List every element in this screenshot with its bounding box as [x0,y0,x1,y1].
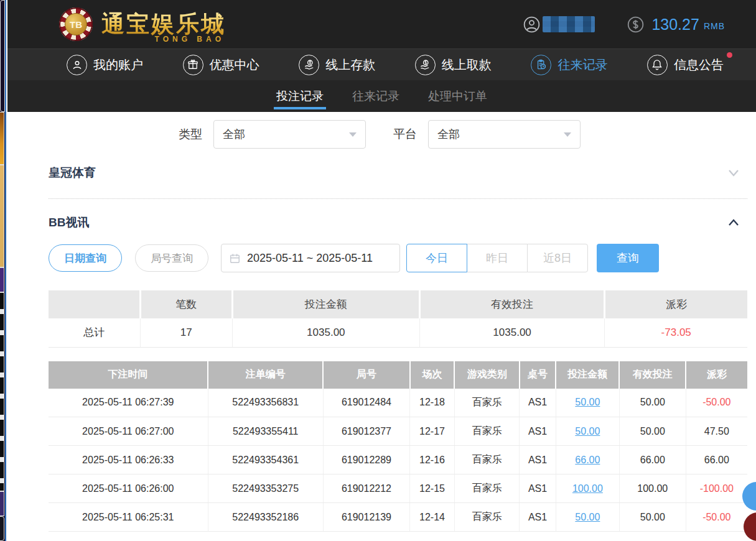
col-time: 2025-05-11 06:27:39 [49,389,208,417]
col-game-type: 百家乐 [454,417,519,446]
subtab-pending-orders[interactable]: 处理中订单 [427,80,488,112]
section-bb-title: BB视讯 [49,215,89,231]
bet-amount-link[interactable]: 100.00 [572,483,603,494]
col-game-type: 百家乐 [454,446,519,474]
bets-header-row: 下注时间注单编号局号场次游戏类别桌号投注金额有效投注派彩 [49,361,747,389]
content: 类型 全部 平台 全部 皇冠体育 BB视讯 日期查询 局号 [7,120,756,532]
search-button[interactable]: 查询 [597,244,659,272]
platform-filter-label: 平台 [393,126,417,142]
bets-header-cell: 桌号 [520,361,556,389]
col-time: 2025-05-11 06:25:31 [49,503,208,532]
filter-row: 类型 全部 平台 全部 [179,120,747,149]
chevron-down-icon[interactable] [726,165,741,180]
records-icon [531,55,551,75]
col-bet-amount: 50.00 [556,389,619,417]
col-time: 2025-05-11 06:26:33 [49,446,208,474]
nav-label: 我的账户 [93,57,143,73]
balance[interactable]: 130.27 RMB [627,16,725,34]
subtab-transfer-records[interactable]: 往来记录 [351,80,401,112]
col-game-type: 百家乐 [454,389,519,417]
bet-amount-link[interactable]: 50.00 [575,426,600,437]
chevron-up-icon[interactable] [726,215,741,230]
summary-valid-bet: 1035.00 [419,318,605,347]
col-payout: -50.00 [686,503,747,532]
quick-range-group: 今日昨日近8日 [406,244,588,272]
bets-header-cell: 场次 [410,361,455,389]
col-payout: -50.00 [686,389,747,417]
notification-dot [727,52,732,58]
col-valid-bet: 100.00 [619,474,686,503]
summary-total-label: 总计 [49,318,140,347]
platform-select[interactable]: 全部 [428,120,581,149]
bets-header-cell: 投注金额 [556,361,619,389]
col-round-no: 619012212 [323,474,409,503]
chevron-down-icon [349,132,357,137]
bell-icon [647,55,668,75]
logo[interactable]: TB 通宝娱乐城 TONG BAO [59,7,226,41]
col-payout: 47.50 [686,417,747,446]
col-valid-bet: 66.00 [619,446,686,474]
summary-header-row: 笔数投注金额有效投注派彩 [49,290,747,318]
section-sports[interactable]: 皇冠体育 [49,165,747,199]
type-select[interactable]: 全部 [213,120,366,149]
col-valid-bet: 50.00 [619,389,686,417]
section-sports-title: 皇冠体育 [49,165,96,181]
summary-count: 17 [140,318,232,347]
nav-item-records[interactable]: 往来记录 [531,55,607,75]
col-table-no: AS1 [520,503,556,532]
col-game-type: 百家乐 [454,503,519,532]
col-order-no: 522493352186 [208,503,323,532]
subtab-bar: 投注记录往来记录处理中订单 [7,80,756,112]
summary-header-cell: 笔数 [140,290,232,318]
account-area: 130.27 RMB [523,16,725,34]
calendar-icon [229,252,241,264]
section-bb[interactable]: BB视讯 [49,215,747,231]
col-session: 12-18 [410,389,455,417]
col-table-no: AS1 [520,389,556,417]
bets-table: 下注时间注单编号局号场次游戏类别桌号投注金额有效投注派彩 2025-05-11 … [49,361,747,532]
table-row: 2025-05-11 06:26:00522493353275619012212… [49,474,747,503]
table-row: 2025-05-11 06:27:00522493355411619012377… [49,417,747,446]
date-range-input[interactable]: 2025-05-11 ~ 2025-05-11 [221,244,400,272]
bet-amount-link[interactable]: 50.00 [575,397,600,407]
summary-payout: -73.05 [605,318,747,347]
col-session: 12-17 [410,417,455,446]
subtab-bet-records[interactable]: 投注记录 [275,80,325,112]
bets-header-cell: 有效投注 [619,361,686,389]
col-valid-bet: 50.00 [619,503,686,532]
col-session: 12-15 [410,474,455,503]
balance-currency: RMB [704,17,725,31]
round-query-button[interactable]: 局号查询 [135,244,208,272]
type-filter-label: 类型 [179,126,202,142]
col-order-no: 522493356831 [208,389,323,417]
bets-header-cell: 游戏类别 [454,361,519,389]
col-round-no: 619012139 [323,503,409,532]
bet-amount-link[interactable]: 50.00 [575,512,600,522]
quick-range-1[interactable]: 昨日 [467,244,528,272]
nav-item-account[interactable]: 我的账户 [67,55,143,75]
main-nav: 我的账户优惠中心线上存款线上取款往来记录信息公告 [7,49,756,80]
table-row: 2025-05-11 06:27:39522493356831619012484… [49,389,747,417]
nav-item-promo[interactable]: 优惠中心 [183,55,259,75]
summary-header-cell: 投注金额 [232,290,419,318]
table-row: 2025-05-11 06:25:31522493352186619012139… [49,503,747,532]
col-order-no: 522493354361 [208,446,323,474]
col-table-no: AS1 [520,417,556,446]
user-icon [67,55,87,75]
quick-range-2[interactable]: 近8日 [527,244,588,272]
col-order-no: 522493353275 [208,474,323,503]
bets-body: 2025-05-11 06:27:39522493356831619012484… [49,389,747,532]
quick-range-0[interactable]: 今日 [406,244,467,272]
bets-header-cell: 下注时间 [49,361,208,389]
col-round-no: 619012377 [323,417,409,446]
username-censored[interactable] [543,16,595,32]
nav-item-deposit[interactable]: 线上存款 [299,55,375,75]
date-query-button[interactable]: 日期查询 [49,244,122,272]
col-table-no: AS1 [520,474,556,503]
col-payout: 66.00 [686,446,747,474]
nav-item-notice[interactable]: 信息公告 [647,55,724,75]
nav-item-withdraw[interactable]: 线上取款 [415,55,492,75]
summary-bet-amount: 1035.00 [232,318,419,347]
gift-icon [183,55,203,75]
bet-amount-link[interactable]: 66.00 [575,455,600,465]
